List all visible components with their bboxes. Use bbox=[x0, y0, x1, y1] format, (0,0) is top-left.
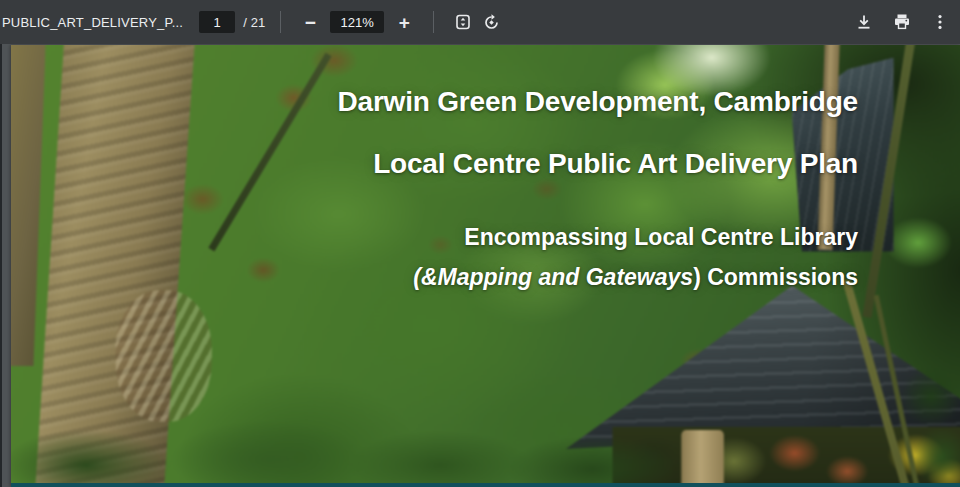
fit-to-page-icon bbox=[454, 13, 472, 31]
cover-title-block: Darwin Green Development, Cambridge Loca… bbox=[338, 71, 858, 297]
page-footer-band bbox=[11, 483, 960, 487]
striped-bark-patch bbox=[116, 290, 212, 422]
page-total: 21 bbox=[251, 15, 265, 30]
subtitle-line-2: (&Mapping and Gateways) Commissions bbox=[338, 257, 858, 297]
foreground-foliage bbox=[11, 417, 673, 487]
viewer-left-edge bbox=[0, 44, 2, 487]
rotate-button[interactable] bbox=[477, 8, 505, 36]
plus-icon: + bbox=[399, 13, 410, 32]
subtitle-line-1: Encompassing Local Centre Library bbox=[338, 217, 858, 257]
subtitle-italic-part: (&Mapping and Gateways bbox=[413, 264, 693, 290]
print-button[interactable] bbox=[888, 8, 916, 36]
zoom-in-button[interactable]: + bbox=[390, 8, 418, 36]
more-options-icon bbox=[931, 13, 949, 31]
document-filename: PUBLIC_ART_DELIVERY_P... bbox=[2, 15, 183, 30]
document-subtitle: Encompassing Local Centre Library (&Mapp… bbox=[338, 217, 858, 297]
pdf-page-1: Darwin Green Development, Cambridge Loca… bbox=[11, 45, 960, 487]
title-line-2: Local Centre Public Art Delivery Plan bbox=[338, 133, 858, 195]
print-icon bbox=[893, 13, 911, 31]
toolbar-divider bbox=[433, 11, 434, 33]
toolbar-right-group bbox=[850, 8, 960, 36]
pdf-canvas[interactable]: Darwin Green Development, Cambridge Loca… bbox=[0, 44, 960, 487]
fit-to-page-button[interactable] bbox=[449, 8, 477, 36]
subtitle-regular-part: ) Commissions bbox=[693, 264, 858, 290]
pdf-viewer-window: PUBLIC_ART_DELIVERY_P... 1 /21 − 121% + bbox=[0, 0, 960, 487]
rotate-counterclockwise-icon bbox=[482, 13, 500, 31]
download-icon bbox=[855, 13, 873, 31]
document-title: Darwin Green Development, Cambridge Loca… bbox=[338, 71, 858, 195]
page-number-input[interactable]: 1 bbox=[199, 11, 235, 33]
zoom-out-button[interactable]: − bbox=[296, 8, 324, 36]
minus-icon: − bbox=[305, 13, 316, 32]
pdf-toolbar: PUBLIC_ART_DELIVERY_P... 1 /21 − 121% + bbox=[0, 0, 960, 44]
gazebo-post bbox=[681, 430, 724, 487]
toolbar-left-group: PUBLIC_ART_DELIVERY_P... 1 /21 − 121% + bbox=[0, 8, 505, 36]
page-separator: / bbox=[243, 15, 247, 30]
right-foreground-leaves bbox=[901, 366, 960, 487]
page-count-label: /21 bbox=[243, 15, 265, 30]
title-line-1: Darwin Green Development, Cambridge bbox=[338, 71, 858, 133]
toolbar-divider bbox=[280, 11, 281, 33]
zoom-level-input[interactable]: 121% bbox=[330, 11, 384, 33]
more-options-button[interactable] bbox=[926, 8, 954, 36]
download-button[interactable] bbox=[850, 8, 878, 36]
